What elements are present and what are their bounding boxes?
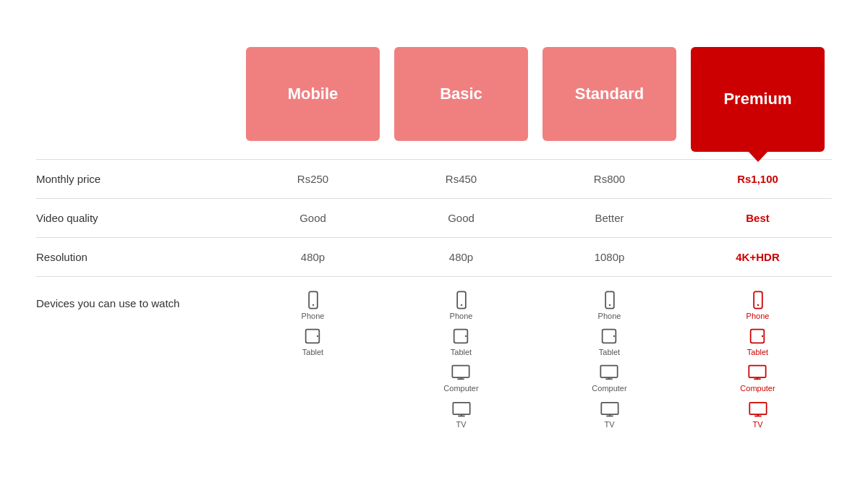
monthly-price-mobile: Rs250 — [239, 173, 387, 185]
svg-point-5 — [460, 304, 461, 305]
monthly-price-row: Monthly price Rs250 Rs450 Rs800 Rs1,100 — [36, 159, 832, 198]
device-premium-phone: Phone — [746, 290, 770, 320]
svg-rect-8 — [453, 365, 469, 377]
resolution-label: Resolution — [36, 251, 239, 263]
monthly-price-standard: Rs800 — [535, 173, 684, 185]
tablet-icon — [599, 326, 619, 346]
device-label: Phone — [746, 312, 770, 320]
device-label: Phone — [302, 312, 325, 320]
tv-icon — [748, 398, 768, 419]
svg-rect-28 — [749, 365, 766, 377]
device-premium-computer: Computer — [740, 362, 775, 393]
device-label: Computer — [592, 384, 626, 393]
svg-rect-21 — [601, 402, 618, 414]
monthly-price-basic: Rs450 — [387, 173, 535, 185]
tablet-icon — [747, 326, 767, 346]
plan-basic-label: Basic — [440, 85, 482, 103]
plan-standard-label: Standard — [575, 85, 644, 103]
device-premium-tv: TV — [748, 398, 768, 429]
resolution-mobile: 480p — [239, 251, 387, 263]
svg-point-25 — [757, 304, 758, 305]
device-label: Phone — [598, 312, 621, 320]
device-label: Computer — [443, 384, 478, 393]
video-quality-premium: Best — [684, 212, 832, 224]
device-label: Phone — [450, 312, 473, 320]
table-rows: Monthly price Rs250 Rs450 Rs800 Rs1,100 … — [36, 159, 832, 442]
svg-point-7 — [465, 335, 467, 336]
phone-icon — [451, 290, 472, 310]
tablet-icon — [302, 326, 323, 346]
svg-rect-11 — [453, 402, 469, 414]
devices-standard: Phone Tablet Computer — [535, 290, 684, 429]
video-quality-standard: Better — [535, 212, 684, 224]
resolution-row: Resolution 480p 480p 1080p 4K+HDR — [36, 237, 832, 276]
computer-icon — [451, 362, 471, 382]
resolution-standard: 1080p — [535, 251, 684, 263]
svg-rect-18 — [601, 365, 618, 377]
device-label: Tablet — [451, 348, 472, 356]
monthly-price-label: Monthly price — [36, 173, 239, 185]
resolution-premium: 4K+HDR — [684, 251, 832, 263]
device-label: Tablet — [302, 348, 323, 356]
device-label: TV — [456, 420, 466, 429]
device-standard-tablet: Tablet — [599, 326, 620, 356]
phone-icon — [748, 290, 768, 310]
comparison-table: Mobile Basic Standard Premium Monthly pr… — [36, 33, 832, 456]
tablet-icon — [451, 326, 471, 346]
devices-basic: Phone Tablet Computer — [387, 290, 535, 429]
device-standard-tv: TV — [600, 398, 620, 429]
video-quality-label: Video quality — [36, 212, 239, 224]
video-quality-basic: Good — [387, 212, 535, 224]
svg-rect-31 — [749, 402, 766, 414]
device-mobile-tablet: Tablet — [302, 326, 323, 356]
devices-label: Devices you can use to watch — [36, 290, 239, 309]
plan-premium: Premium — [691, 47, 825, 152]
tv-icon — [600, 398, 620, 419]
svg-point-17 — [613, 335, 615, 336]
video-quality-row: Video quality Good Good Better Best — [36, 198, 832, 237]
svg-point-15 — [608, 304, 610, 305]
device-basic-tv: TV — [451, 398, 472, 429]
phone-icon — [303, 290, 323, 310]
plan-premium-label: Premium — [723, 90, 791, 108]
device-premium-tablet: Tablet — [747, 326, 768, 356]
svg-point-1 — [312, 304, 313, 305]
device-basic-computer: Computer — [443, 362, 478, 393]
computer-icon — [747, 362, 767, 382]
plan-mobile-label: Mobile — [288, 85, 339, 103]
device-standard-computer: Computer — [592, 362, 626, 393]
plan-standard: Standard — [542, 47, 676, 141]
svg-point-27 — [762, 335, 763, 336]
device-mobile-phone: Phone — [302, 290, 325, 320]
tv-icon — [451, 398, 472, 419]
device-label: TV — [752, 420, 762, 429]
device-standard-phone: Phone — [598, 290, 621, 320]
phone-icon — [600, 290, 620, 310]
plan-mobile: Mobile — [246, 47, 380, 141]
device-label: Computer — [740, 384, 775, 393]
computer-icon — [599, 362, 619, 382]
device-basic-phone: Phone — [450, 290, 473, 320]
device-label: Tablet — [747, 348, 768, 356]
devices-row: Devices you can use to watch Phone Table… — [36, 276, 832, 442]
video-quality-mobile: Good — [239, 212, 387, 224]
svg-point-3 — [317, 335, 318, 336]
devices-premium: Phone Tablet Computer — [684, 290, 832, 429]
plan-basic: Basic — [394, 47, 528, 141]
monthly-price-premium: Rs1,100 — [684, 173, 832, 185]
devices-mobile: Phone Tablet — [239, 290, 387, 356]
device-basic-tablet: Tablet — [451, 326, 472, 356]
device-label: TV — [604, 420, 614, 429]
header-empty — [36, 47, 239, 152]
device-label: Tablet — [599, 348, 620, 356]
resolution-basic: 480p — [387, 251, 535, 263]
plan-headers: Mobile Basic Standard Premium — [36, 47, 832, 152]
